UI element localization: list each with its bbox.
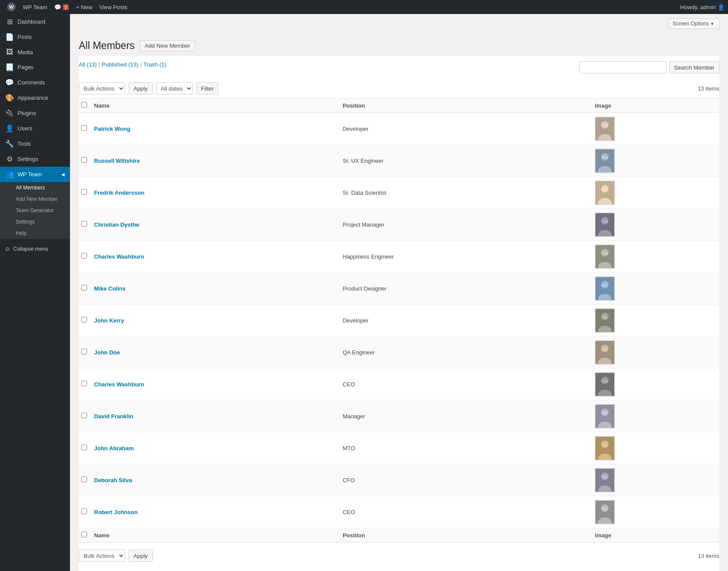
member-name-cell: John Doe <box>90 336 338 368</box>
submenu-item-help[interactable]: Help <box>0 228 70 239</box>
status-link-trash[interactable]: Trash (1) <box>144 61 166 68</box>
table-row: David Franklin Manager DF <box>79 400 719 432</box>
submenu-item-team-generator[interactable]: Team Generator <box>0 205 70 216</box>
bulk-actions-select-bottom[interactable]: Bulk Actions <box>79 550 125 562</box>
member-name-cell: John Abraham <box>90 432 338 464</box>
submenu-item-settings[interactable]: Settings <box>0 216 70 228</box>
member-name-cell: Charles Washburn <box>90 241 338 273</box>
row-checkbox[interactable] <box>81 125 87 131</box>
search-member-button[interactable]: Search Member <box>669 61 719 74</box>
members-table: Name Position Image Patrick Wong Develop… <box>79 98 719 543</box>
member-position-cell: Happiness Engineer <box>338 241 590 273</box>
site-name-menu[interactable]: WP Team <box>19 0 51 14</box>
table-row: Charles Washburn CEO CW <box>79 368 719 400</box>
bulk-actions-select[interactable]: Bulk Actions <box>79 82 125 95</box>
row-checkbox[interactable] <box>81 285 87 291</box>
filter-button[interactable]: Filter <box>196 82 219 95</box>
row-checkbox[interactable] <box>81 413 87 418</box>
member-position-cell: CEO <box>338 368 590 400</box>
member-name-link[interactable]: Mike Colins <box>94 285 126 292</box>
header-position[interactable]: Position <box>338 98 590 113</box>
apply-button[interactable]: Apply <box>129 82 153 95</box>
member-name-link[interactable]: Russell Wiltshire <box>94 158 140 164</box>
row-checkbox-cell <box>79 305 90 336</box>
member-image-cell: JD <box>591 336 719 368</box>
row-checkbox[interactable] <box>81 508 87 514</box>
member-name-link[interactable]: John Doe <box>94 349 120 356</box>
sidebar-label-appearance: Appearance <box>18 95 48 101</box>
avatar: CD <box>595 213 615 237</box>
view-posts-link[interactable]: View Posts <box>96 0 131 14</box>
status-link-published[interactable]: Published (13) <box>102 61 139 68</box>
header-checkbox-cell <box>79 98 90 113</box>
sidebar-item-tools[interactable]: 🔧 Tools <box>0 136 70 151</box>
sidebar-item-media[interactable]: 🖼 Media <box>0 45 70 60</box>
member-name-cell: Patrick Wong <box>90 113 338 145</box>
member-name-link[interactable]: Deborah Silva <box>94 477 132 483</box>
avatar: JK <box>595 308 615 333</box>
member-position-cell: Product Designer <box>338 273 590 305</box>
member-name-cell: David Franklin <box>90 400 338 432</box>
svg-text:JA: JA <box>602 442 608 447</box>
submenu-item-add-new-member[interactable]: Add New Member <box>0 193 70 205</box>
settings-icon: ⚙ <box>5 155 14 163</box>
table-footer-row: Name Position Image <box>79 528 719 543</box>
member-name-link[interactable]: David Franklin <box>94 413 133 420</box>
search-member-input[interactable] <box>579 61 667 74</box>
row-checkbox[interactable] <box>81 476 87 482</box>
select-all-checkbox-top[interactable] <box>81 102 87 108</box>
row-checkbox[interactable] <box>81 317 87 322</box>
wp-logo-menu[interactable]: W <box>4 0 19 14</box>
row-checkbox[interactable] <box>81 157 87 163</box>
sidebar-item-posts[interactable]: 📄 Posts <box>0 29 70 45</box>
member-image-cell: JK <box>591 305 719 336</box>
member-position-cell: Sr. Data Scientist <box>338 177 590 209</box>
svg-text:RJ: RJ <box>602 506 607 511</box>
screen-options-button[interactable]: Screen Options <box>668 18 719 29</box>
row-checkbox[interactable] <box>81 221 87 227</box>
screen-options-bar: Screen Options <box>79 14 719 31</box>
status-link-all[interactable]: All (13) <box>79 61 97 68</box>
member-name-link[interactable]: John Abraham <box>94 445 134 452</box>
submenu-item-all-members[interactable]: All Members <box>0 182 70 193</box>
member-name-link[interactable]: Fredrik Andersson <box>94 189 144 196</box>
sidebar-label-comments: Comments <box>18 79 45 86</box>
date-filter-select[interactable]: All dates <box>156 82 193 95</box>
sidebar-item-comments[interactable]: 💬 Comments <box>0 75 70 90</box>
member-name-link[interactable]: Patrick Wong <box>94 126 130 132</box>
sidebar-item-pages[interactable]: 📃 Pages <box>0 60 70 75</box>
apply-button-bottom[interactable]: Apply <box>129 550 153 562</box>
member-name-link[interactable]: Christian Dysthe <box>94 221 139 228</box>
row-checkbox[interactable] <box>81 253 87 259</box>
header-name[interactable]: Name <box>90 98 338 113</box>
add-new-member-button[interactable]: Add New Member <box>140 40 195 51</box>
new-content-menu[interactable]: + New <box>72 0 96 14</box>
svg-text:JD: JD <box>602 347 607 351</box>
row-checkbox[interactable] <box>81 381 87 386</box>
member-name-link[interactable]: Robert Johnson <box>94 509 138 515</box>
member-name-link[interactable]: John Kerry <box>94 317 124 324</box>
member-image-cell: JA <box>591 432 719 464</box>
member-name-cell: Charles Washburn <box>90 368 338 400</box>
row-checkbox[interactable] <box>81 189 87 195</box>
sidebar-item-dashboard[interactable]: ⊞ Dashboard <box>0 14 70 29</box>
member-name-cell: Deborah Silva <box>90 464 338 496</box>
row-checkbox[interactable] <box>81 445 87 450</box>
collapse-icon: ⊙ <box>5 246 10 252</box>
select-all-checkbox-bottom[interactable] <box>81 532 87 537</box>
row-checkbox-cell <box>79 336 90 368</box>
sidebar-item-wp-team[interactable]: 👥 WP Team ◀ <box>0 167 70 182</box>
member-name-link[interactable]: Charles Washburn <box>94 381 144 388</box>
member-name-link[interactable]: Charles Washburn <box>94 253 144 260</box>
collapse-menu-button[interactable]: ⊙ Collapse menu <box>0 242 70 256</box>
sidebar-item-plugins[interactable]: 🔌 Plugins <box>0 105 70 121</box>
sidebar-item-users[interactable]: 👤 Users <box>0 121 70 136</box>
svg-text:MC: MC <box>602 283 608 287</box>
member-position-cell: Sr. UX Engineer <box>338 145 590 177</box>
comment-menu[interactable]: 💬 0 <box>51 0 73 14</box>
row-checkbox-cell <box>79 241 90 273</box>
row-checkbox[interactable] <box>81 349 87 354</box>
sidebar-item-appearance[interactable]: 🎨 Appearance <box>0 90 70 105</box>
sidebar-item-settings[interactable]: ⚙ Settings <box>0 151 70 167</box>
avatar: PW <box>595 117 615 141</box>
